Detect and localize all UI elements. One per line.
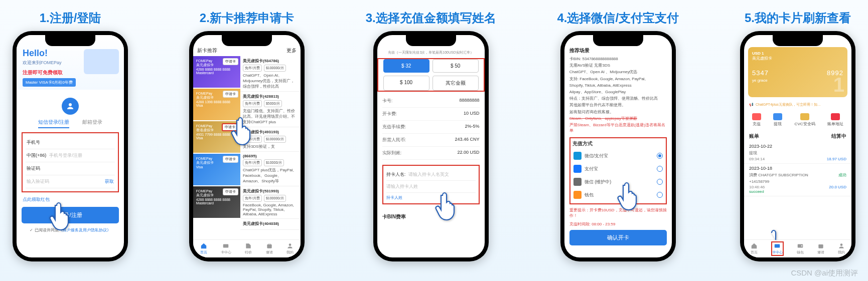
promo-badge: Master VISA卡0月租0年费 <box>23 78 76 87</box>
pay-alipay[interactable]: 支付宝 <box>572 162 664 175</box>
cardholder-name-box: 持卡人名:请输入持卡人名英文 请输入持卡人姓 持卡人姓 <box>382 165 480 204</box>
nav-me[interactable]: 我的 <box>286 242 294 255</box>
apply-button[interactable]: 申请卡 <box>223 58 238 65</box>
step-4: 4.选择微信/支付宝支付 推荐场景 卡BIN: 5347868888888888… <box>557 10 679 261</box>
pay-wallet[interactable]: 钱包 <box>572 188 664 201</box>
pay-wechat-alipay[interactable]: 微信/支付宝 <box>572 149 664 162</box>
steps-row: 1.注册/登陆 Hello! 欢迎来到FOMEPay 注册即可免费领取 Mast… <box>0 0 868 261</box>
pay-wechat[interactable]: 微信 (维护中) <box>572 175 664 188</box>
svg-point-3 <box>289 243 292 246</box>
card-num-left: 5347 <box>752 69 769 77</box>
phone-4: 推荐场景 卡BIN: 5347868888888888 无需AVS验证 无需3D… <box>560 31 676 261</box>
card-item[interactable]: 申请卡FOMEPay香港虚拟卡4931 7799 8888 8888Visa <box>193 121 240 154</box>
svg-rect-1 <box>223 244 229 248</box>
amount-other[interactable]: 其它金额 <box>432 76 479 91</box>
phone-input[interactable]: 手机号登录/注册 <box>49 152 82 159</box>
card-desc-list: 美元虚拟卡(534786)免年/月费$100000/月ChatGPT、Open … <box>240 56 301 243</box>
important-warning: 重要提示：开卡费10USD，充值不可退还，请您谨慎操作！ <box>569 207 667 218</box>
card-item[interactable]: 申请卡FOMEPay美元虚拟卡Visa <box>193 154 240 186</box>
settling-label: 结算中 <box>831 133 846 140</box>
amount-grid: $ 32 $ 50 $ 100 其它金额 <box>377 58 485 92</box>
apply-button[interactable]: 申请卡 <box>223 188 238 195</box>
apply-button[interactable]: 申请卡 <box>223 91 238 98</box>
row-open-fee: 开卡费:10 USD <box>382 108 480 121</box>
tab-email-login[interactable]: 邮箱登录 <box>82 119 102 128</box>
confirm-open-card-button[interactable]: 确认开卡 <box>569 230 667 245</box>
alipay-icon <box>573 165 582 173</box>
cvc-icon <box>800 113 809 120</box>
avatar-icon <box>62 98 79 115</box>
login-register-button[interactable]: 登录/注册 <box>22 207 119 223</box>
card-type: 美元虚拟卡 <box>752 56 843 61</box>
speaker-icon: 📢 <box>749 103 754 107</box>
action-recharge[interactable]: 充值 <box>752 113 761 127</box>
transaction-item[interactable]: 2023-10-18 消费 CHATGPT SUBSCRIPTION成功 +14… <box>744 164 851 196</box>
tab-sms-login[interactable]: 短信登录/注册 <box>38 119 70 128</box>
step-3-title: 3.选择充值金额填写姓名 <box>366 10 496 26</box>
phone-2: 新卡推荐更多 申请卡FOMEPay美元虚拟卡4288 8888 8888 888… <box>189 31 305 261</box>
radio-icon <box>657 166 663 172</box>
apply-button[interactable]: 申请卡 <box>223 156 238 163</box>
amount-32[interactable]: $ 32 <box>383 59 429 73</box>
recharge-icon <box>752 113 761 120</box>
country-code[interactable]: 中国(+86) <box>27 152 46 159</box>
nav-home[interactable]: 首页 <box>200 242 207 255</box>
card-item[interactable]: 申请卡FOMEPay美元虚拟卡4288 8888 8888 8888Master… <box>193 56 240 89</box>
step-4-title: 4.选择微信/支付宝支付 <box>557 10 679 26</box>
get-code-button[interactable]: 获取 <box>105 178 114 185</box>
wallet-icon <box>573 191 582 199</box>
first-name-input[interactable]: 请输入持卡人名英文 <box>408 171 449 178</box>
amount-100[interactable]: $ 100 <box>383 76 429 91</box>
step-5: 5.我的卡片刷新查看 USD 1 美元虚拟卡 53478992 ye grace… <box>740 10 855 261</box>
nav-cards[interactable]: 卡中心 <box>771 241 784 256</box>
hero-illustration <box>84 49 119 74</box>
wechat-icon <box>573 178 582 186</box>
surname-link[interactable]: 持卡人姓 <box>386 193 476 200</box>
svg-point-8 <box>840 243 842 246</box>
privacy-link[interactable]: 《商户服务及用户隐私协议》 <box>59 228 111 232</box>
card-item[interactable]: 申请卡FOMEPay美元虚拟卡4288 8888 8888 8888Master… <box>193 186 240 219</box>
nav-wallet[interactable]: 钱包 <box>797 242 804 255</box>
step-2: 2.新卡推荐申请卡 新卡推荐更多 申请卡FOMEPay美元虚拟卡4288 888… <box>189 10 305 261</box>
nav-me[interactable]: 我的 <box>838 242 845 255</box>
action-withdraw[interactable]: 提现 <box>773 113 782 127</box>
svg-rect-2 <box>267 244 271 248</box>
amount-50[interactable]: $ 50 <box>432 59 479 73</box>
address-icon <box>831 113 840 120</box>
nav-cards[interactable]: 卡中心 <box>221 242 231 255</box>
bill-heading: 账单 <box>749 133 759 140</box>
bonus-link[interactable]: 点此领取红包 <box>23 196 50 203</box>
action-cvc[interactable]: CVC安全码 <box>795 113 815 127</box>
transaction-item[interactable]: 2023-10-22 提现 09:34:1418.97 USD <box>744 142 851 164</box>
wechat-alipay-icon <box>573 152 582 160</box>
more-link[interactable]: 更多 <box>286 47 297 54</box>
svg-point-0 <box>69 103 72 106</box>
step-3: 3.选择充值金额填写姓名 充值（一天限制充值3次，单笔最高100USD实时汇率）… <box>366 10 496 261</box>
action-billing[interactable]: 账单地址 <box>827 113 843 127</box>
action-row: 充值 提现 CVC安全码 账单地址 <box>744 109 851 131</box>
nav-deals[interactable]: 特价 <box>245 242 252 255</box>
step-1-title: 1.注册/登陆 <box>40 10 101 26</box>
bottom-nav: 首页 卡中心 特价 邀请 我的 <box>193 239 301 257</box>
card-item[interactable]: 申请卡FOMEPay美元虚拟卡4288 1398 8888 8888Visa <box>193 89 240 121</box>
bottom-nav: 首页 卡中心 钱包 邀请 我的 <box>744 239 851 257</box>
code-input[interactable]: 输入验证码 <box>27 178 49 185</box>
pay-title: 充值方式 <box>572 140 664 147</box>
phone-label: 手机号 <box>27 139 40 146</box>
radio-icon <box>657 153 663 159</box>
nav-home[interactable]: 首页 <box>751 242 758 255</box>
last-name-input[interactable]: 请输入持卡人姓 <box>386 183 418 190</box>
bin-rate-section: 卡BIN费率 <box>377 209 485 224</box>
nav-invite[interactable]: 邀请 <box>266 242 273 255</box>
virtual-card[interactable]: USD 1 美元虚拟卡 53478992 ye grace 1 <box>748 47 847 97</box>
svg-rect-7 <box>818 244 823 248</box>
apply-button[interactable]: 申请卡 <box>222 123 238 131</box>
cardholder-name: ye grace <box>752 78 843 83</box>
card-balance: USD 1 <box>752 51 843 56</box>
notice-bar[interactable]: 📢ChatGPT4plus无需换队，可立即用！知… <box>744 100 851 109</box>
agreement-text: ✓ 已阅读并同意《商户服务及用户隐私协议》 <box>17 223 124 237</box>
phone-3: 充值（一天限制充值3次，单笔最高100USD实时汇率） $ 32 $ 50 $ … <box>373 31 489 261</box>
row-card-no: 卡号:88888888 <box>382 95 480 108</box>
recharge-tip: 充值（一天限制充值3次，单笔最高100USD实时汇率） <box>377 47 485 58</box>
nav-invite[interactable]: 邀请 <box>817 242 824 255</box>
